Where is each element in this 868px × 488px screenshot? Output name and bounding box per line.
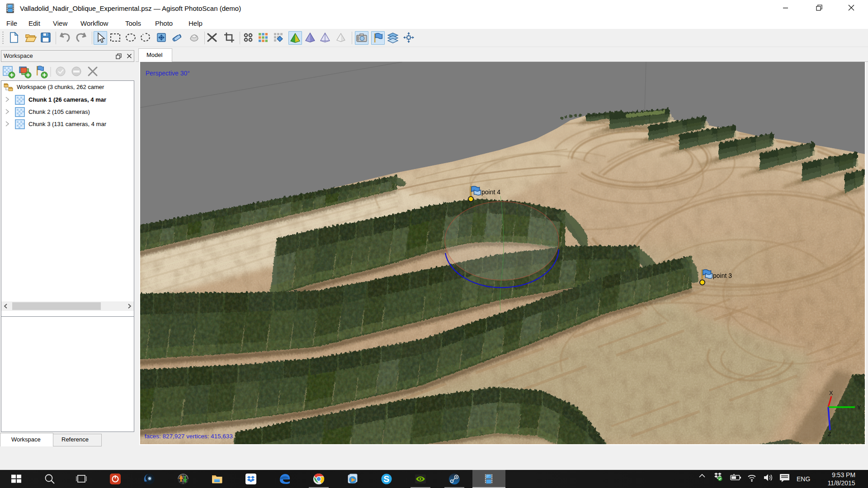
svg-text:Y: Y bbox=[857, 404, 861, 411]
svg-text:Z: Z bbox=[828, 431, 831, 437]
svg-text:faces: 827,927 vertices: 415,6: faces: 827,927 vertices: 415,633 bbox=[145, 433, 233, 440]
svg-text:point 3: point 3 bbox=[713, 272, 732, 279]
svg-text:point 4: point 4 bbox=[481, 188, 500, 196]
svg-text:Perspective 30°: Perspective 30° bbox=[146, 70, 190, 77]
svg-text:X: X bbox=[829, 389, 833, 396]
